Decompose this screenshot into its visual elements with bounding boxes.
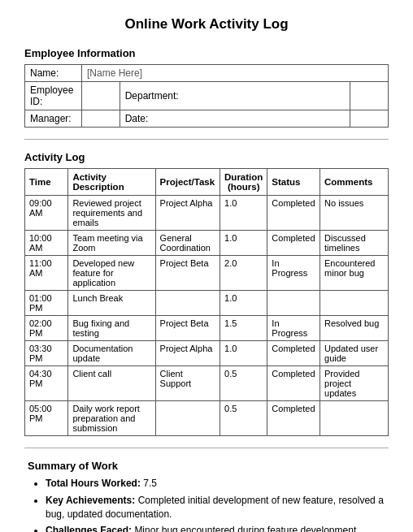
cell-time: 02:00 PM (25, 316, 68, 341)
cell-project: General Coordination (155, 231, 220, 256)
cell-desc: Lunch Break (68, 291, 155, 316)
col-status: Status (267, 169, 320, 196)
summary-total-hours: Total Hours Worked: 7.5 (46, 477, 385, 491)
cell-project: Project Beta (155, 256, 220, 291)
cell-status: Completed (267, 341, 320, 366)
employee-info-heading: Employee Information (24, 47, 389, 59)
cell-comments (320, 401, 389, 436)
cell-duration: 0.5 (220, 401, 267, 436)
table-row: 01:00 PMLunch Break1.0 (25, 291, 389, 316)
cell-status: Completed (267, 401, 320, 436)
cell-duration: 1.5 (220, 316, 267, 341)
cell-duration: 1.0 (220, 341, 267, 366)
summary-challenges: Challenges Faced: Minor bug encountered … (46, 524, 385, 532)
cell-status (267, 291, 320, 316)
cell-comments (320, 291, 389, 316)
divider-2 (24, 448, 389, 448)
cell-time: 05:00 PM (25, 401, 68, 436)
cell-status: Completed (267, 231, 320, 256)
cell-comments: Discussed timelines (320, 231, 389, 256)
cell-project: Project Alpha (155, 341, 220, 366)
cell-duration: 1.0 (220, 196, 267, 231)
cell-comments: Provided project updates (320, 366, 389, 401)
manager-value (82, 110, 120, 128)
summary-list: Total Hours Worked: 7.5 Key Achievements… (28, 477, 385, 532)
cell-comments: No issues (320, 196, 389, 231)
employee-info-table: Name: [Name Here] Employee ID: Departmen… (24, 64, 389, 128)
challenges-label: Challenges Faced: (46, 525, 132, 532)
cell-desc: Team meeting via Zoom (68, 231, 155, 256)
page-title: Online Work Activity Log (24, 16, 389, 32)
cell-desc: Reviewed project requirements and emails (68, 196, 155, 231)
cell-time: 03:30 PM (25, 341, 68, 366)
table-row: 10:00 AMTeam meeting via ZoomGeneral Coo… (25, 231, 389, 256)
activity-log-heading: Activity Log (24, 151, 389, 163)
divider-1 (24, 139, 389, 140)
cell-desc: Client call (68, 366, 155, 401)
table-row: 11:00 AMDeveloped new feature for applic… (25, 256, 389, 291)
cell-desc: Developed new feature for application (68, 256, 155, 291)
cell-time: 10:00 AM (25, 231, 68, 256)
cell-status: In Progress (267, 256, 320, 291)
employee-id-label: Employee ID: (25, 82, 82, 110)
date-value (350, 110, 389, 128)
cell-project: Client Support (155, 366, 220, 401)
cell-time: 01:00 PM (25, 291, 68, 316)
cell-time: 11:00 AM (25, 256, 68, 291)
cell-duration: 1.0 (220, 291, 267, 316)
table-row: 05:00 PMDaily work report preparation an… (25, 401, 389, 436)
challenges-value: Minor bug encountered during feature dev… (134, 525, 359, 532)
table-row: 03:30 PMDocumentation updateProject Alph… (25, 341, 389, 366)
table-row: 04:30 PMClient callClient Support0.5Comp… (25, 366, 389, 401)
cell-duration: 0.5 (220, 366, 267, 401)
date-label: Date: (120, 110, 350, 128)
name-value: [Name Here] (82, 65, 389, 82)
employee-id-value (82, 82, 120, 110)
summary-section: Summary of Work Total Hours Worked: 7.5 … (24, 460, 389, 532)
cell-status: Completed (267, 196, 320, 231)
cell-time: 04:30 PM (25, 366, 68, 401)
cell-status: In Progress (267, 316, 320, 341)
manager-label: Manager: (25, 110, 82, 128)
cell-desc: Bug fixing and testing (68, 316, 155, 341)
summary-achievements: Key Achievements: Completed initial deve… (46, 494, 385, 521)
department-value (350, 82, 389, 110)
col-time: Time (25, 169, 68, 196)
col-comments: Comments (320, 169, 389, 196)
cell-status: Completed (267, 366, 320, 401)
cell-desc: Daily work report preparation and submis… (68, 401, 155, 436)
col-project: Project/Task (155, 169, 220, 196)
department-label: Department: (120, 82, 350, 110)
cell-time: 09:00 AM (25, 196, 68, 231)
cell-duration: 2.0 (220, 256, 267, 291)
cell-project: Project Alpha (155, 196, 220, 231)
col-desc: Activity Description (68, 169, 155, 196)
total-hours-number: 7.5 (143, 478, 157, 489)
table-row: 02:00 PMBug fixing and testingProject Be… (25, 316, 389, 341)
cell-comments: Resolved bug (320, 316, 389, 341)
name-label: Name: (25, 65, 82, 82)
cell-comments: Encountered minor bug (320, 256, 389, 291)
cell-comments: Updated user guide (320, 341, 389, 366)
activity-log-table: Time Activity Description Project/Task D… (24, 168, 389, 436)
total-hours-label: Total Hours Worked: (46, 478, 141, 489)
cell-desc: Documentation update (68, 341, 155, 366)
cell-project: Project Beta (155, 316, 220, 341)
col-duration: Duration (hours) (220, 169, 267, 196)
cell-duration: 1.0 (220, 231, 267, 256)
cell-project (155, 401, 220, 436)
cell-project (155, 291, 220, 316)
summary-heading: Summary of Work (28, 460, 385, 472)
table-row: 09:00 AMReviewed project requirements an… (25, 196, 389, 231)
achievements-label: Key Achievements: (46, 495, 135, 506)
